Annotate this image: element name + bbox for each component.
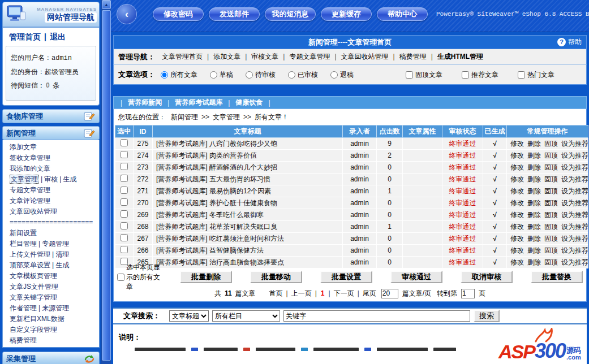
sidebar-link[interactable]: 文章管理: [10, 175, 39, 184]
row-op-link[interactable]: 设为推荐: [561, 151, 588, 159]
batch-button[interactable]: 审核通过: [390, 271, 442, 283]
row-checkbox[interactable]: [121, 246, 128, 253]
row-op-link[interactable]: 固顶: [544, 223, 558, 231]
batch-button[interactable]: 批量移动: [250, 271, 302, 283]
sidebar-link[interactable]: 更新栏目XML数据: [10, 315, 65, 323]
article-title-link[interactable]: [营养师考试题库] 醉酒解酒的几个大妙招: [156, 163, 277, 171]
toolbar-button[interactable]: 修改密码: [153, 7, 204, 21]
article-filter-radio[interactable]: 待审核: [246, 70, 276, 80]
row-op-link[interactable]: 删除: [527, 175, 541, 183]
row-op-link[interactable]: 固顶: [544, 211, 558, 219]
scroll-up-button[interactable]: ▲: [102, 0, 111, 9]
row-op-link[interactable]: 设为推荐: [561, 175, 588, 183]
row-checkbox[interactable]: [121, 139, 128, 146]
row-op-link[interactable]: 修改: [510, 223, 524, 231]
row-op-link[interactable]: 修改: [510, 199, 524, 207]
manage-nav-link[interactable]: 添加文章: [212, 53, 242, 60]
row-op-link[interactable]: 删除: [527, 199, 541, 207]
back-button[interactable]: ‹: [117, 4, 137, 24]
batch-button[interactable]: 批量替换: [531, 271, 583, 283]
row-checkbox[interactable]: [121, 187, 128, 194]
article-title-link[interactable]: [营养师考试题库] 最易伤脑的12个因素: [156, 187, 271, 195]
row-op-link[interactable]: 删除: [527, 258, 541, 266]
radio-2[interactable]: [246, 71, 253, 79]
search-column-select[interactable]: 所有栏目: [212, 310, 280, 322]
row-checkbox[interactable]: [121, 175, 128, 182]
sidebar-link[interactable]: 文章模板页管理: [10, 272, 57, 280]
row-checkbox[interactable]: [121, 234, 128, 241]
toolbar-button[interactable]: 更新缓存: [321, 7, 372, 21]
sidebar-link[interactable]: 自定义字段管理: [10, 326, 57, 333]
row-op-link[interactable]: 修改: [510, 211, 524, 219]
radio-1[interactable]: [210, 71, 217, 79]
row-op-link[interactable]: 固顶: [544, 199, 558, 207]
manage-nav-link[interactable]: 审核文章: [250, 53, 280, 60]
row-op-link[interactable]: 删除: [527, 235, 541, 242]
row-op-link[interactable]: 设为推荐: [561, 163, 588, 171]
article-flag-checkbox[interactable]: 固顶文章: [406, 70, 442, 80]
select-all-checkbox-label[interactable]: 选中本页显示的所有文章: [117, 263, 162, 292]
row-op-link[interactable]: 删除: [527, 187, 541, 195]
goto-page-input[interactable]: [461, 289, 475, 298]
category-tab[interactable]: 健康饮食: [233, 98, 265, 107]
article-filter-radio[interactable]: 退稿: [330, 70, 354, 80]
row-op-link[interactable]: 删除: [527, 151, 541, 159]
last-page-link[interactable]: 尾页: [362, 289, 377, 298]
row-op-link[interactable]: 设为推荐: [561, 187, 588, 195]
row-op-link[interactable]: 删除: [527, 211, 541, 219]
breadcrumb-link[interactable]: 新闻管理: [169, 113, 200, 121]
sidebar-link[interactable]: 签收文章管理: [10, 154, 50, 162]
select-all-checkbox[interactable]: [117, 274, 124, 281]
sidebar-link[interactable]: 来源管理: [42, 304, 69, 312]
row-op-link[interactable]: 固顶: [544, 163, 558, 171]
logout-link[interactable]: 退出: [50, 32, 66, 41]
check-0[interactable]: [406, 71, 413, 79]
row-op-link[interactable]: 设为推荐: [561, 258, 588, 266]
sidebar-link[interactable]: 审核: [44, 175, 58, 183]
row-op-link[interactable]: 设为推荐: [561, 235, 588, 242]
breadcrumb-link[interactable]: 文章管理: [211, 113, 242, 121]
row-op-link[interactable]: 固顶: [544, 235, 558, 242]
help-button[interactable]: ? 帮助: [557, 37, 582, 47]
row-op-link[interactable]: 固顶: [544, 246, 558, 254]
sidebar-link[interactable]: 清理: [55, 250, 69, 258]
row-checkbox[interactable]: [121, 222, 128, 229]
sidebar-section-food[interactable]: 食物库管理: [2, 109, 100, 123]
row-op-link[interactable]: 固顶: [544, 140, 558, 148]
sidebar-link[interactable]: 作者管理: [10, 304, 37, 312]
sidebar-section-collect[interactable]: 采集管理: [2, 352, 100, 364]
row-op-link[interactable]: 修改: [510, 140, 524, 148]
radio-4[interactable]: [330, 71, 338, 79]
manage-nav-link[interactable]: 稿费管理: [398, 53, 428, 60]
per-page-input[interactable]: [381, 289, 398, 298]
article-title-link[interactable]: [营养师考试题库] 五大最伤胃的坏习惯: [156, 175, 270, 183]
sidebar-link[interactable]: 生成: [55, 261, 69, 269]
radio-0[interactable]: [161, 71, 168, 79]
article-filter-radio[interactable]: 所有文章: [161, 70, 197, 80]
toolbar-button[interactable]: 发送邮件: [209, 7, 260, 21]
row-op-link[interactable]: 固顶: [544, 187, 558, 195]
row-op-link[interactable]: 修改: [510, 151, 524, 159]
article-filter-radio[interactable]: 草稿: [210, 70, 233, 80]
scrollbar-thumb[interactable]: [102, 10, 111, 361]
toolbar-button[interactable]: 帮助中心: [377, 7, 428, 21]
article-title-link[interactable]: [营养师考试题库] 治疗高血脂食物选择要点: [156, 258, 284, 266]
search-button[interactable]: 搜索: [474, 310, 500, 322]
row-op-link[interactable]: 修改: [510, 187, 524, 195]
sidebar-link[interactable]: 稿费管理: [10, 336, 37, 344]
article-filter-radio[interactable]: 已审核: [288, 70, 318, 80]
row-op-link[interactable]: 设为推荐: [561, 211, 588, 219]
sidebar-link[interactable]: 新闻设置: [10, 229, 37, 237]
sidebar-link[interactable]: 文章评论管理: [10, 197, 50, 205]
row-checkbox[interactable]: [121, 163, 128, 170]
batch-button[interactable]: 批量删除: [180, 271, 232, 283]
row-checkbox[interactable]: [121, 198, 128, 206]
row-op-link[interactable]: 删除: [527, 163, 541, 171]
manage-nav-link[interactable]: 文章管理首页: [161, 53, 204, 60]
sidebar-link[interactable]: 我添加的文章: [10, 164, 50, 172]
row-op-link[interactable]: 修改: [510, 163, 524, 171]
row-op-link[interactable]: 固顶: [544, 175, 558, 183]
article-flag-checkbox[interactable]: 推荐文章: [462, 70, 498, 80]
breadcrumb-link[interactable]: 所有文章！: [253, 113, 290, 121]
manage-nav-link[interactable]: 文章回收站管理: [340, 53, 390, 60]
